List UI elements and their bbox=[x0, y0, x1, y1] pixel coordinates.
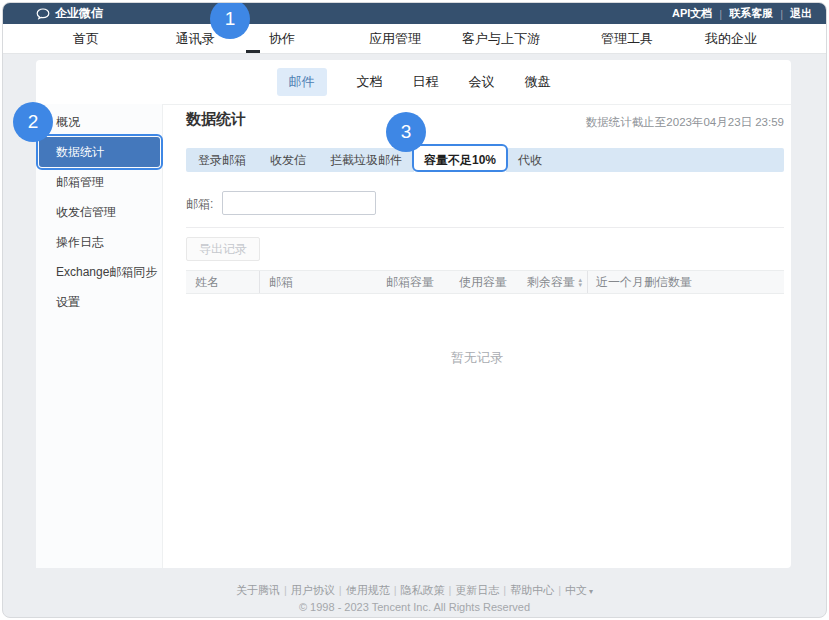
column-header-label: 剩余容量 bbox=[527, 274, 575, 291]
annotation-step-3: 3 bbox=[386, 112, 426, 152]
sidebar-item-data-stats[interactable]: 数据统计 bbox=[39, 137, 160, 167]
page-title: 数据统计 bbox=[186, 110, 246, 129]
nav-item-admin-tools[interactable]: 管理工具 bbox=[601, 24, 653, 53]
mail-admin-panel: 概况 数据统计 邮箱管理 收发信管理 操作日志 Exchange邮箱同步 设置 … bbox=[36, 104, 791, 568]
sidebar-item-overview[interactable]: 概况 bbox=[39, 107, 160, 137]
tab-send-receive[interactable]: 收发信 bbox=[258, 148, 318, 172]
topbar-links: API文档 | 联系客服 | 退出 bbox=[672, 3, 812, 24]
footer-link-about-tencent[interactable]: 关于腾讯 bbox=[236, 584, 280, 596]
footer-link-privacy-policy[interactable]: 隐私政策 bbox=[400, 584, 444, 596]
footer-link-usage-rules[interactable]: 使用规范 bbox=[346, 584, 390, 596]
footer-link-changelog[interactable]: 更新日志 bbox=[455, 584, 499, 596]
column-header-used: 使用容量 bbox=[450, 274, 518, 291]
data-stats-main: 数据统计 数据统计截止至2023年04月23日 23:59 登录邮箱 收发信 拦… bbox=[163, 104, 791, 568]
nav-item-collaboration[interactable]: 协作 bbox=[269, 24, 295, 53]
main-navbar: 首页 通讯录 协作 应用管理 客户与上下游 管理工具 我的企业 bbox=[3, 24, 826, 54]
empty-state-text: 暂无记录 bbox=[163, 349, 791, 367]
separator: | bbox=[780, 8, 783, 20]
column-header-remaining: 剩余容量 ▴▾ bbox=[518, 271, 588, 293]
sort-icon[interactable]: ▴▾ bbox=[578, 277, 582, 287]
tab-delegated-collect[interactable]: 代收 bbox=[506, 148, 554, 172]
sidebar-item-label: 数据统计 bbox=[56, 145, 104, 159]
nav-item-home[interactable]: 首页 bbox=[73, 24, 99, 53]
contact-support-link[interactable]: 联系客服 bbox=[729, 6, 773, 21]
separator: | bbox=[339, 584, 342, 596]
nav-item-apps[interactable]: 应用管理 bbox=[369, 24, 421, 53]
stats-tabbar: 登录邮箱 收发信 拦截垃圾邮件 容量不足10% 代收 bbox=[186, 148, 784, 172]
separator: | bbox=[719, 8, 722, 20]
column-header-deleted-month: 近一个月删信数量 bbox=[588, 274, 784, 291]
app-window: 企业微信 API文档 | 联系客服 | 退出 首页 通讯录 协作 应用管理 客户… bbox=[2, 2, 827, 618]
subtab-meeting[interactable]: 会议 bbox=[469, 73, 495, 91]
sidebar-item-settings[interactable]: 设置 bbox=[39, 287, 160, 317]
separator: | bbox=[558, 584, 561, 596]
language-label: 中文 bbox=[565, 584, 587, 596]
separator: | bbox=[503, 584, 506, 596]
column-header-capacity: 邮箱容量 bbox=[377, 274, 450, 291]
nav-item-contacts[interactable]: 通讯录 bbox=[176, 24, 215, 53]
subtab-drive[interactable]: 微盘 bbox=[525, 73, 551, 91]
screenshot-canvas: 企业微信 API文档 | 联系客服 | 退出 首页 通讯录 协作 应用管理 客户… bbox=[0, 0, 829, 620]
column-header-name: 姓名 bbox=[186, 271, 260, 293]
sidebar-item-send-receive-management[interactable]: 收发信管理 bbox=[39, 197, 160, 227]
tab-login-mailbox[interactable]: 登录邮箱 bbox=[186, 148, 258, 172]
export-records-button[interactable]: 导出记录 bbox=[186, 237, 260, 261]
language-selector[interactable]: 中文▾ bbox=[565, 584, 593, 596]
sidebar-item-operation-log[interactable]: 操作日志 bbox=[39, 227, 160, 257]
footer-link-user-agreement[interactable]: 用户协议 bbox=[291, 584, 335, 596]
tab-capacity-low[interactable]: 容量不足10% bbox=[414, 148, 506, 172]
column-header-mailbox: 邮箱 bbox=[260, 274, 377, 291]
topbar: 企业微信 API文档 | 联系客服 | 退出 bbox=[3, 3, 826, 24]
subtab-schedule[interactable]: 日程 bbox=[413, 73, 439, 91]
table-header-row: 姓名 邮箱 邮箱容量 使用容量 剩余容量 ▴▾ 近一个月删信数量 bbox=[186, 270, 784, 294]
collaboration-subtabs: 邮件 文档 日程 会议 微盘 bbox=[36, 60, 791, 105]
logo-text: 企业微信 bbox=[55, 5, 103, 22]
mailbox-input[interactable] bbox=[222, 191, 376, 215]
tab-label: 容量不足10% bbox=[424, 152, 496, 169]
sidebar: 概况 数据统计 邮箱管理 收发信管理 操作日志 Exchange邮箱同步 设置 bbox=[36, 104, 163, 568]
subtab-docs[interactable]: 文档 bbox=[357, 73, 383, 91]
sidebar-item-mailbox-management[interactable]: 邮箱管理 bbox=[39, 167, 160, 197]
stats-cutoff-note: 数据统计截止至2023年04月23日 23:59 bbox=[586, 115, 784, 130]
nav-item-my-company[interactable]: 我的企业 bbox=[705, 24, 757, 53]
separator: | bbox=[448, 584, 451, 596]
mailbox-field-label: 邮箱: bbox=[186, 195, 213, 213]
tab-spam-intercepted[interactable]: 拦截垃圾邮件 bbox=[318, 148, 414, 172]
active-nav-indicator bbox=[246, 50, 260, 53]
separator: | bbox=[284, 584, 287, 596]
footer-link-help-center[interactable]: 帮助中心 bbox=[510, 584, 554, 596]
copyright-text: © 1998 - 2023 Tencent Inc. All Rights Re… bbox=[3, 601, 826, 613]
sidebar-item-exchange-sync[interactable]: Exchange邮箱同步 bbox=[39, 257, 160, 287]
subtab-mail[interactable]: 邮件 bbox=[277, 68, 327, 96]
wecom-logo: 企业微信 bbox=[36, 3, 103, 24]
nav-item-customers[interactable]: 客户与上下游 bbox=[462, 24, 540, 53]
chat-bubble-icon bbox=[36, 8, 50, 20]
separator: | bbox=[394, 584, 397, 596]
divider bbox=[186, 227, 784, 228]
logout-link[interactable]: 退出 bbox=[790, 6, 812, 21]
api-docs-link[interactable]: API文档 bbox=[672, 6, 712, 21]
footer-links: 关于腾讯|用户协议|使用规范|隐私政策|更新日志|帮助中心|中文▾ bbox=[3, 583, 826, 598]
annotation-step-2: 2 bbox=[13, 102, 53, 142]
caret-down-icon: ▾ bbox=[589, 587, 593, 596]
